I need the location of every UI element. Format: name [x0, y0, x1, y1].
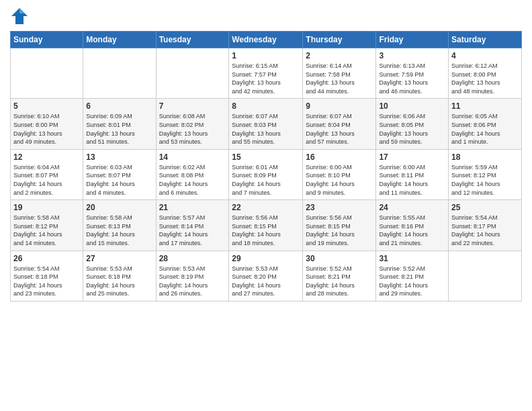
day-info: Sunrise: 5:56 AM Sunset: 8:15 PM Dayligh… [306, 214, 373, 247]
empty-cell [156, 48, 229, 99]
day-number: 9 [306, 101, 373, 111]
day-cell-3: 3Sunrise: 6:13 AM Sunset: 7:59 PM Daylig… [376, 48, 449, 99]
day-number: 1 [232, 51, 300, 60]
day-cell-26: 26Sunrise: 5:54 AM Sunset: 8:18 PM Dayli… [11, 250, 83, 301]
logo-icon [10, 7, 29, 26]
day-info: Sunrise: 5:59 AM Sunset: 8:12 PM Dayligh… [451, 163, 519, 197]
day-info: Sunrise: 6:05 AM Sunset: 8:06 PM Dayligh… [451, 112, 519, 146]
day-number: 5 [13, 101, 80, 111]
day-cell-11: 11Sunrise: 6:05 AM Sunset: 8:06 PM Dayli… [449, 99, 522, 149]
day-info: Sunrise: 6:06 AM Sunset: 8:05 PM Dayligh… [379, 112, 445, 146]
day-cell-18: 18Sunrise: 5:59 AM Sunset: 8:12 PM Dayli… [449, 149, 522, 199]
day-cell-30: 30Sunrise: 5:52 AM Sunset: 8:21 PM Dayli… [303, 250, 376, 301]
day-number: 29 [232, 254, 300, 263]
day-info: Sunrise: 6:12 AM Sunset: 8:00 PM Dayligh… [451, 62, 519, 95]
day-number: 28 [159, 254, 226, 263]
day-info: Sunrise: 6:13 AM Sunset: 7:59 PM Dayligh… [379, 62, 445, 95]
day-number: 4 [451, 51, 519, 60]
day-number: 24 [379, 203, 445, 212]
day-number: 19 [13, 203, 80, 212]
day-cell-17: 17Sunrise: 6:00 AM Sunset: 8:11 PM Dayli… [376, 149, 449, 199]
day-number: 6 [86, 101, 152, 111]
day-cell-14: 14Sunrise: 6:02 AM Sunset: 8:08 PM Dayli… [156, 149, 229, 199]
day-cell-5: 5Sunrise: 6:10 AM Sunset: 8:00 PM Daylig… [11, 99, 83, 149]
day-header-wednesday: Wednesday [229, 32, 303, 48]
day-cell-29: 29Sunrise: 5:53 AM Sunset: 8:20 PM Dayli… [229, 250, 303, 301]
week-row-2: 5Sunrise: 6:10 AM Sunset: 8:00 PM Daylig… [11, 99, 522, 149]
day-cell-1: 1Sunrise: 6:15 AM Sunset: 7:57 PM Daylig… [229, 48, 303, 99]
day-info: Sunrise: 6:01 AM Sunset: 8:09 PM Dayligh… [232, 163, 300, 197]
day-number: 30 [306, 254, 373, 263]
day-header-thursday: Thursday [303, 32, 376, 48]
day-cell-19: 19Sunrise: 5:58 AM Sunset: 8:12 PM Dayli… [11, 200, 83, 250]
day-number: 26 [13, 254, 80, 263]
day-info: Sunrise: 5:57 AM Sunset: 8:14 PM Dayligh… [159, 214, 226, 247]
day-info: Sunrise: 5:54 AM Sunset: 8:17 PM Dayligh… [451, 214, 519, 247]
day-header-saturday: Saturday [449, 32, 522, 48]
header-row: SundayMondayTuesdayWednesdayThursdayFrid… [11, 32, 522, 48]
logo [10, 7, 32, 26]
day-cell-25: 25Sunrise: 5:54 AM Sunset: 8:17 PM Dayli… [449, 200, 522, 250]
day-info: Sunrise: 6:00 AM Sunset: 8:10 PM Dayligh… [306, 163, 373, 197]
day-number: 22 [232, 203, 300, 212]
day-number: 16 [306, 152, 373, 162]
day-number: 3 [379, 51, 445, 60]
day-cell-24: 24Sunrise: 5:55 AM Sunset: 8:16 PM Dayli… [376, 200, 449, 250]
day-number: 21 [159, 203, 226, 212]
day-number: 12 [13, 152, 80, 162]
day-cell-7: 7Sunrise: 6:08 AM Sunset: 8:02 PM Daylig… [156, 99, 229, 149]
week-row-4: 19Sunrise: 5:58 AM Sunset: 8:12 PM Dayli… [11, 200, 522, 250]
day-number: 2 [306, 51, 373, 60]
day-cell-15: 15Sunrise: 6:01 AM Sunset: 8:09 PM Dayli… [229, 149, 303, 199]
day-info: Sunrise: 5:53 AM Sunset: 8:20 PM Dayligh… [232, 265, 300, 298]
day-number: 20 [86, 203, 152, 212]
day-cell-21: 21Sunrise: 5:57 AM Sunset: 8:14 PM Dayli… [156, 200, 229, 250]
day-info: Sunrise: 6:07 AM Sunset: 8:03 PM Dayligh… [232, 112, 300, 146]
day-cell-2: 2Sunrise: 6:14 AM Sunset: 7:58 PM Daylig… [303, 48, 376, 99]
day-info: Sunrise: 6:14 AM Sunset: 7:58 PM Dayligh… [306, 62, 373, 95]
day-cell-31: 31Sunrise: 5:52 AM Sunset: 8:21 PM Dayli… [376, 250, 449, 301]
day-cell-16: 16Sunrise: 6:00 AM Sunset: 8:10 PM Dayli… [303, 149, 376, 199]
day-cell-4: 4Sunrise: 6:12 AM Sunset: 8:00 PM Daylig… [449, 48, 522, 99]
empty-cell [83, 48, 156, 99]
day-number: 11 [451, 101, 519, 111]
day-info: Sunrise: 5:55 AM Sunset: 8:16 PM Dayligh… [379, 214, 445, 247]
svg-marker-1 [19, 8, 25, 13]
day-header-friday: Friday [376, 32, 449, 48]
day-cell-13: 13Sunrise: 6:03 AM Sunset: 8:07 PM Dayli… [83, 149, 156, 199]
day-number: 10 [379, 101, 445, 111]
header [10, 7, 522, 26]
day-cell-8: 8Sunrise: 6:07 AM Sunset: 8:03 PM Daylig… [229, 99, 303, 149]
day-info: Sunrise: 5:58 AM Sunset: 8:13 PM Dayligh… [86, 214, 152, 247]
day-number: 27 [86, 254, 152, 263]
day-cell-6: 6Sunrise: 6:09 AM Sunset: 8:01 PM Daylig… [83, 99, 156, 149]
day-number: 13 [86, 152, 152, 162]
day-number: 23 [306, 203, 373, 212]
day-info: Sunrise: 5:53 AM Sunset: 8:18 PM Dayligh… [86, 265, 152, 298]
day-header-sunday: Sunday [11, 32, 83, 48]
day-cell-22: 22Sunrise: 5:56 AM Sunset: 8:15 PM Dayli… [229, 200, 303, 250]
day-number: 25 [451, 203, 519, 212]
page: SundayMondayTuesdayWednesdayThursdayFrid… [0, 0, 532, 411]
day-info: Sunrise: 5:53 AM Sunset: 8:19 PM Dayligh… [159, 265, 226, 298]
day-number: 8 [232, 101, 300, 111]
day-header-monday: Monday [83, 32, 156, 48]
day-info: Sunrise: 6:15 AM Sunset: 7:57 PM Dayligh… [232, 62, 300, 95]
day-info: Sunrise: 5:54 AM Sunset: 8:18 PM Dayligh… [13, 265, 80, 298]
day-number: 7 [159, 101, 226, 111]
day-cell-20: 20Sunrise: 5:58 AM Sunset: 8:13 PM Dayli… [83, 200, 156, 250]
day-info: Sunrise: 6:03 AM Sunset: 8:07 PM Dayligh… [86, 163, 152, 197]
day-cell-9: 9Sunrise: 6:07 AM Sunset: 8:04 PM Daylig… [303, 99, 376, 149]
day-number: 31 [379, 254, 445, 263]
week-row-3: 12Sunrise: 6:04 AM Sunset: 8:07 PM Dayli… [11, 149, 522, 199]
day-header-tuesday: Tuesday [156, 32, 229, 48]
week-row-5: 26Sunrise: 5:54 AM Sunset: 8:18 PM Dayli… [11, 250, 522, 301]
empty-cell [11, 48, 83, 99]
day-cell-12: 12Sunrise: 6:04 AM Sunset: 8:07 PM Dayli… [11, 149, 83, 199]
empty-cell [449, 250, 522, 301]
day-info: Sunrise: 5:58 AM Sunset: 8:12 PM Dayligh… [13, 214, 80, 247]
day-cell-27: 27Sunrise: 5:53 AM Sunset: 8:18 PM Dayli… [83, 250, 156, 301]
day-cell-10: 10Sunrise: 6:06 AM Sunset: 8:05 PM Dayli… [376, 99, 449, 149]
day-info: Sunrise: 6:00 AM Sunset: 8:11 PM Dayligh… [379, 163, 445, 197]
day-info: Sunrise: 6:04 AM Sunset: 8:07 PM Dayligh… [13, 163, 80, 197]
